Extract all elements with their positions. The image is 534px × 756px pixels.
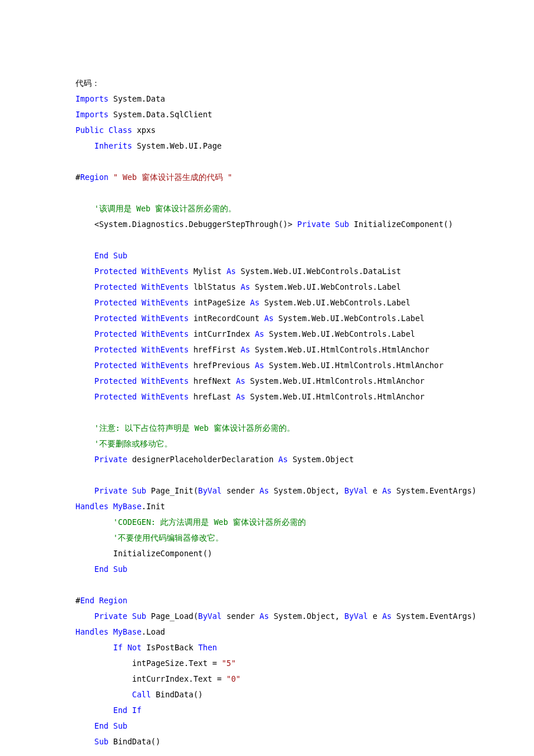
code-line: intPageSize.Text = "5" bbox=[75, 656, 459, 671]
text-token: System.Web.UI.HtmlControls.HtmlAnchor bbox=[246, 376, 425, 386]
keyword-token: Private bbox=[95, 611, 128, 621]
text-token: hrefFirst bbox=[189, 345, 240, 354]
code-line: Protected WithEvents hrefPrevious As Sys… bbox=[75, 358, 459, 373]
text-token: InitializeComponent() bbox=[75, 549, 212, 558]
string-token: "0" bbox=[226, 674, 240, 683]
keyword-token: WithEvents bbox=[142, 329, 189, 339]
text-token: System.Web.UI.WebControls.Label bbox=[250, 282, 401, 291]
keyword-token: WithEvents bbox=[142, 267, 189, 276]
keyword-token: As bbox=[264, 314, 273, 323]
keyword-token: As bbox=[236, 376, 245, 386]
text-token: Page_Init( bbox=[146, 486, 198, 495]
keyword-token: As bbox=[250, 298, 259, 307]
text-token: System.EventArgs) bbox=[392, 611, 481, 621]
code-line bbox=[75, 405, 459, 420]
text-token: sender bbox=[222, 486, 259, 495]
keyword-token: WithEvents bbox=[142, 282, 189, 291]
text-token bbox=[75, 251, 95, 260]
text-token: System.Web.UI.WebControls.DataList bbox=[236, 267, 400, 276]
text-token bbox=[75, 533, 113, 542]
keyword-token: As bbox=[382, 486, 391, 495]
code-line: Private designerPlaceholderDeclaration A… bbox=[75, 452, 459, 467]
keyword-token: Protected bbox=[95, 298, 137, 307]
text-token bbox=[75, 282, 95, 291]
keyword-token: End bbox=[80, 596, 94, 605]
text-token: hrefNext bbox=[189, 376, 236, 386]
text-token: System.Web.UI.Page bbox=[132, 141, 222, 150]
keyword-token: Then bbox=[198, 643, 217, 652]
code-line bbox=[75, 185, 459, 201]
code-line: <System.Diagnostics.DebuggerStepThrough(… bbox=[75, 217, 459, 232]
code-line: Private Sub Page_Load(ByVal sender As Sy… bbox=[75, 609, 459, 624]
text-token: <System.Diagnostics.DebuggerStepThrough(… bbox=[75, 219, 297, 229]
keyword-token: MyBase bbox=[113, 627, 142, 636]
text-token bbox=[137, 298, 142, 307]
code-line: #End Region bbox=[75, 593, 459, 609]
keyword-token: Inherits bbox=[95, 141, 132, 150]
text-token bbox=[137, 329, 142, 339]
keyword-token: Sub bbox=[95, 737, 109, 746]
keyword-token: If bbox=[132, 705, 142, 715]
keyword-token: As bbox=[236, 392, 245, 401]
code-line: End Sub bbox=[75, 718, 459, 734]
keyword-token: Sub bbox=[132, 611, 146, 621]
text-token: intCurrIndex.Text = bbox=[75, 674, 226, 683]
text-token: lblStatus bbox=[189, 282, 240, 291]
text-token bbox=[75, 580, 80, 589]
keyword-token: Sub bbox=[335, 219, 349, 229]
keyword-token: If bbox=[113, 643, 122, 652]
keyword-token: WithEvents bbox=[142, 298, 189, 307]
keyword-token: Imports bbox=[75, 94, 109, 103]
text-token: System.Web.UI.WebControls.Label bbox=[273, 314, 424, 323]
code-line: Protected WithEvents hrefLast As System.… bbox=[75, 389, 459, 405]
text-token: System.Object, bbox=[269, 486, 344, 495]
code-line: Protected WithEvents hrefFirst As System… bbox=[75, 342, 459, 358]
text-token bbox=[75, 643, 113, 652]
keyword-token: Protected bbox=[95, 392, 137, 401]
text-token bbox=[75, 376, 95, 386]
code-line: Protected WithEvents Mylist As System.We… bbox=[75, 264, 459, 279]
keyword-token: Protected bbox=[95, 314, 137, 323]
keyword-token: As bbox=[241, 282, 250, 291]
keyword-token: Protected bbox=[95, 376, 137, 386]
text-token bbox=[75, 721, 95, 730]
code-line: Inherits System.Web.UI.Page bbox=[75, 138, 459, 154]
keyword-token: Sub bbox=[132, 486, 146, 495]
keyword-token: Sub bbox=[113, 564, 127, 574]
text-token: .Load bbox=[142, 627, 165, 636]
text-token: # bbox=[75, 172, 80, 182]
code-line: Imports System.Data bbox=[75, 91, 459, 107]
keyword-token: End bbox=[113, 705, 127, 715]
text-token bbox=[75, 564, 95, 574]
keyword-token: WithEvents bbox=[142, 345, 189, 354]
keyword-token: Public bbox=[75, 125, 104, 135]
keyword-token: End bbox=[95, 564, 109, 574]
comment-token: '不要使用代码编辑器修改它。 bbox=[113, 533, 223, 542]
text-token: System.Data.SqlClient bbox=[109, 110, 212, 119]
text-token bbox=[137, 376, 142, 386]
text-token bbox=[75, 611, 95, 621]
code-line: If Not IsPostBack Then bbox=[75, 640, 459, 656]
keyword-token: Region bbox=[80, 172, 109, 182]
string-token: " Web 窗体设计器生成的代码 " bbox=[113, 172, 232, 182]
keyword-token: MyBase bbox=[113, 502, 142, 511]
text-token bbox=[95, 596, 99, 605]
keyword-token: ByVal bbox=[344, 611, 368, 621]
keyword-token: Private bbox=[297, 219, 330, 229]
text-token: e bbox=[368, 486, 382, 495]
keyword-token: ByVal bbox=[198, 611, 222, 621]
text-token: .Init bbox=[142, 502, 165, 511]
keyword-token: Call bbox=[132, 690, 151, 699]
comment-token: '注意: 以下占位符声明是 Web 窗体设计器所必需的。 bbox=[95, 423, 295, 433]
code-line: Call BindData() bbox=[75, 687, 459, 703]
text-token bbox=[127, 486, 132, 495]
text-token bbox=[137, 345, 142, 354]
text-token bbox=[137, 267, 142, 276]
text-token: e bbox=[368, 611, 382, 621]
keyword-token: Protected bbox=[95, 329, 137, 339]
keyword-token: WithEvents bbox=[142, 314, 189, 323]
code-line: Protected WithEvents intRecordCount As S… bbox=[75, 311, 459, 326]
code-line: Sub BindData() bbox=[75, 734, 459, 750]
text-token: System.Data bbox=[109, 94, 165, 103]
text-token bbox=[75, 470, 80, 480]
